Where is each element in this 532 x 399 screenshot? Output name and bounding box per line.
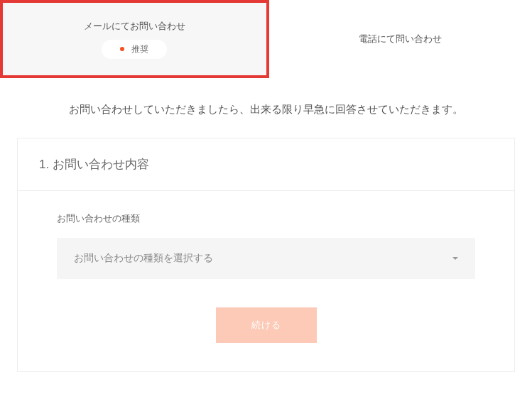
badge-dot-icon bbox=[120, 47, 124, 51]
inquiry-form-section: 1. お問い合わせ内容 お問い合わせの種類 お問い合わせの種類を選択する 続ける bbox=[17, 138, 515, 372]
contact-method-tabs: メールにてお問い合わせ 推奨 電話にて問い合わせ bbox=[0, 0, 532, 78]
section-title: 1. お問い合わせ内容 bbox=[18, 138, 514, 191]
inquiry-type-dropdown[interactable]: お問い合わせの種類を選択する bbox=[57, 238, 475, 279]
form-body: お問い合わせの種類 お問い合わせの種類を選択する 続ける bbox=[18, 191, 514, 371]
page-description: お問い合わせしていただきましたら、出来る限り早急に回答させていただきます。 bbox=[0, 78, 532, 138]
tab-phone-inquiry[interactable]: 電話にて問い合わせ bbox=[269, 0, 533, 78]
tab-email-label: メールにてお問い合わせ bbox=[84, 20, 185, 33]
inquiry-type-label: お問い合わせの種類 bbox=[57, 212, 475, 225]
recommended-badge: 推奨 bbox=[102, 40, 167, 59]
continue-button[interactable]: 続ける bbox=[216, 307, 317, 343]
tab-email-inquiry[interactable]: メールにてお問い合わせ 推奨 bbox=[0, 0, 269, 78]
badge-text: 推奨 bbox=[131, 43, 148, 55]
chevron-down-icon bbox=[452, 257, 458, 260]
dropdown-placeholder: お問い合わせの種類を選択する bbox=[74, 252, 213, 265]
button-container: 続ける bbox=[57, 307, 475, 343]
tab-phone-label: 電話にて問い合わせ bbox=[359, 33, 442, 45]
